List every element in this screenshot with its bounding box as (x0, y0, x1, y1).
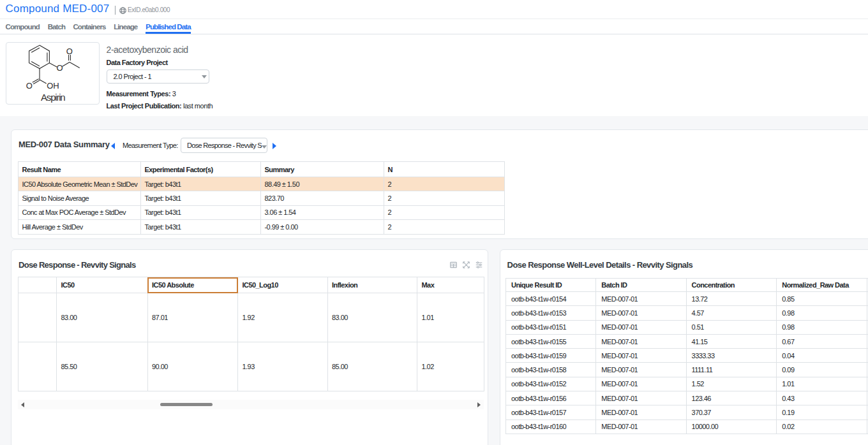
svg-text:O: O (26, 81, 33, 91)
svg-text:O: O (66, 47, 73, 56)
svg-text:O: O (56, 63, 63, 73)
svg-text:OH: OH (47, 81, 59, 91)
svg-text:Aspirin: Aspirin (41, 92, 65, 103)
